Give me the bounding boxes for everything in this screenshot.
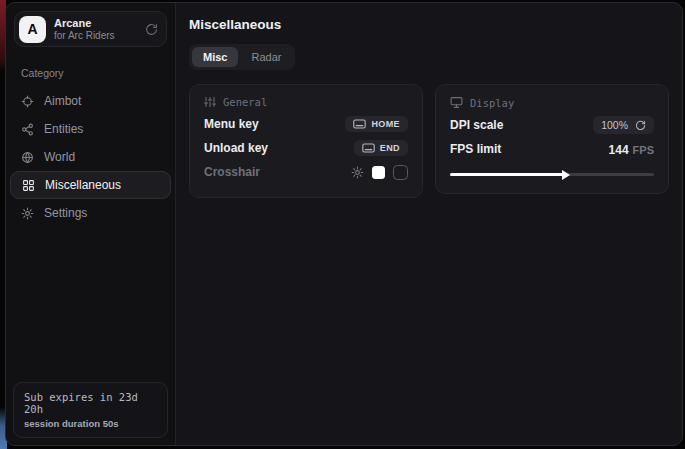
sliders-icon bbox=[204, 96, 216, 108]
subscription-info-card: Sub expires in 23d 20h session duration … bbox=[13, 382, 168, 438]
display-card: Display DPI scale 100% FPS limit bbox=[435, 84, 669, 194]
globe-icon bbox=[21, 151, 34, 164]
general-card-header: General bbox=[204, 96, 408, 108]
menu-key-bind-button[interactable]: HOME bbox=[345, 116, 408, 132]
sidebar-item-label: Entities bbox=[44, 122, 83, 136]
sidebar-item-aimbot[interactable]: Aimbot bbox=[6, 87, 175, 115]
sidebar: A Arcane for Arc Riders Category Aimbot bbox=[6, 3, 176, 445]
menu-key-value: HOME bbox=[371, 119, 400, 129]
tab-radar[interactable]: Radar bbox=[240, 47, 292, 67]
grid-icon bbox=[22, 179, 35, 192]
sub-expiry-text: Sub expires in 23d 20h bbox=[24, 391, 157, 415]
reload-icon[interactable] bbox=[635, 120, 646, 131]
slider-thumb[interactable] bbox=[562, 170, 570, 180]
user-card: A Arcane for Arc Riders bbox=[14, 11, 167, 47]
sidebar-item-miscellaneous[interactable]: Miscellaneous bbox=[10, 171, 171, 199]
tab-misc[interactable]: Misc bbox=[192, 47, 238, 67]
fps-limit-row: FPS limit 144FPS bbox=[450, 137, 654, 161]
unload-key-label: Unload key bbox=[204, 141, 268, 155]
sidebar-item-entities[interactable]: Entities bbox=[6, 115, 175, 143]
category-label: Category bbox=[21, 67, 175, 79]
fps-limit-label: FPS limit bbox=[450, 142, 501, 156]
sidebar-item-label: Aimbot bbox=[44, 94, 81, 108]
keyboard-icon bbox=[362, 143, 375, 153]
menu-key-label: Menu key bbox=[204, 117, 259, 131]
settings-cards: General Menu key HOME Unload key bbox=[189, 84, 669, 198]
unload-key-row: Unload key END bbox=[204, 136, 408, 160]
general-card-title: General bbox=[223, 96, 267, 108]
gear-icon bbox=[21, 207, 34, 220]
sidebar-item-settings[interactable]: Settings bbox=[6, 199, 175, 227]
fps-limit-slider[interactable] bbox=[450, 168, 654, 180]
menu-key-row: Menu key HOME bbox=[204, 112, 408, 136]
crosshair-icon bbox=[21, 95, 34, 108]
dpi-scale-control[interactable]: 100% bbox=[593, 116, 654, 134]
dpi-scale-label: DPI scale bbox=[450, 118, 503, 132]
unload-key-value: END bbox=[380, 143, 400, 153]
unload-key-bind-button[interactable]: END bbox=[354, 140, 408, 156]
sidebar-item-label: Miscellaneous bbox=[45, 178, 121, 192]
monitor-icon bbox=[450, 96, 463, 109]
user-meta: Arcane for Arc Riders bbox=[54, 17, 137, 41]
dpi-scale-value: 100% bbox=[601, 119, 628, 131]
desktop-background: A Arcane for Arc Riders Category Aimbot bbox=[0, 0, 685, 449]
fps-limit-value: 144 bbox=[609, 143, 629, 157]
session-duration-text: session duration 50s bbox=[24, 418, 157, 429]
slider-fill bbox=[450, 173, 564, 176]
app-title: Arcane bbox=[54, 17, 137, 30]
fps-limit-readout: 144FPS bbox=[609, 140, 654, 158]
app-window: A Arcane for Arc Riders Category Aimbot bbox=[5, 2, 683, 446]
display-card-title: Display bbox=[470, 97, 514, 109]
keyboard-icon bbox=[353, 119, 366, 129]
sidebar-item-label: World bbox=[44, 150, 75, 164]
sidebar-item-world[interactable]: World bbox=[6, 143, 175, 171]
tab-bar: Misc Radar bbox=[189, 44, 295, 70]
crosshair-enable-checkbox[interactable] bbox=[393, 165, 408, 180]
sync-icon[interactable] bbox=[145, 23, 158, 36]
main-content: Miscellaneous Misc Radar General Menu ke… bbox=[176, 3, 682, 445]
avatar: A bbox=[19, 16, 46, 43]
sidebar-nav: Aimbot Entities World bbox=[6, 87, 175, 227]
page-title: Miscellaneous bbox=[189, 17, 669, 32]
crosshair-color-swatch[interactable] bbox=[372, 166, 385, 179]
display-card-header: Display bbox=[450, 96, 654, 109]
crosshair-controls bbox=[351, 165, 408, 180]
crosshair-label: Crosshair bbox=[204, 165, 260, 179]
general-card: General Menu key HOME Unload key bbox=[189, 84, 423, 198]
sidebar-item-label: Settings bbox=[44, 206, 87, 220]
dpi-scale-row: DPI scale 100% bbox=[450, 113, 654, 137]
crosshair-row: Crosshair bbox=[204, 160, 408, 184]
fps-limit-unit: FPS bbox=[633, 144, 654, 156]
app-subtitle: for Arc Riders bbox=[54, 30, 137, 42]
crosshair-settings-gear-icon[interactable] bbox=[351, 166, 364, 179]
network-nodes-icon bbox=[21, 123, 34, 136]
